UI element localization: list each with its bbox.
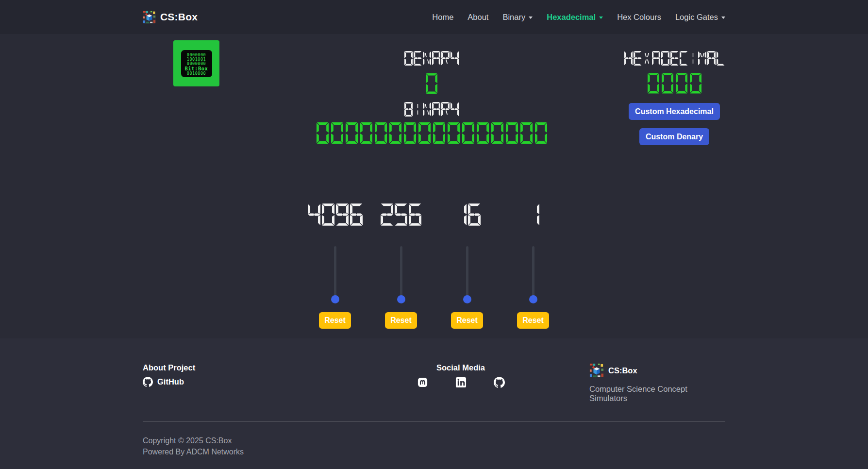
social-media-heading: Social Media (436, 363, 485, 372)
nav-item-hexadecimal[interactable]: Hexadecimal (547, 13, 603, 22)
bitbox-logo: 0000000 1001001 0000000 Bit:Box 0010000 (173, 40, 219, 86)
copyright-text: Copyright © 2025 CS:Box (143, 436, 725, 445)
reset-button-256[interactable]: Reset (385, 312, 417, 329)
slider-column-1: Reset (504, 202, 562, 329)
mastodon-link[interactable] (417, 377, 428, 388)
footer-divider (143, 421, 725, 422)
reset-button-4096[interactable]: Reset (319, 312, 351, 329)
slider-column-16: Reset (438, 202, 496, 329)
github-link[interactable]: GitHub (143, 377, 332, 387)
place-value-label (308, 202, 363, 227)
nav-links: Home About Binary Hexadecimal Hex Colour… (432, 13, 725, 22)
reset-button-1[interactable]: Reset (517, 312, 549, 329)
caret-down-icon (721, 17, 725, 19)
slider-thumb[interactable] (463, 295, 471, 303)
reset-button-16[interactable]: Reset (451, 312, 483, 329)
about-project-heading: About Project (143, 363, 332, 372)
hexadecimal-label (624, 50, 725, 66)
brand-name: CS:Box (160, 11, 198, 23)
slider-column-256: Reset (372, 202, 430, 329)
slider-column-4096: Reset (306, 202, 364, 329)
custom-hexadecimal-button[interactable]: Custom Hexadecimal (629, 103, 720, 120)
slider-track[interactable] (334, 246, 336, 301)
footer-brand-name: CS:Box (608, 366, 637, 375)
nav-item-binary[interactable]: Binary (502, 13, 533, 22)
bit-slider-16[interactable] (463, 246, 471, 303)
place-value-label (381, 202, 421, 227)
footer-brand: CS:Box (589, 363, 725, 378)
slider-track[interactable] (466, 246, 468, 301)
caret-down-icon (529, 17, 533, 19)
caret-down-icon (599, 17, 603, 19)
github-icon (494, 377, 505, 388)
place-value-label (454, 202, 481, 227)
nav-item-about[interactable]: About (467, 13, 488, 22)
linkedin-link[interactable] (455, 377, 467, 388)
github-social-link[interactable] (494, 377, 505, 388)
binary-label (404, 101, 459, 117)
nav-item-home[interactable]: Home (432, 13, 453, 22)
custom-denary-button[interactable]: Custom Denary (639, 128, 709, 145)
bit-slider-1[interactable] (529, 246, 537, 303)
slider-track[interactable] (532, 246, 534, 301)
footer-tagline: Computer Science Concept Simulators (589, 385, 725, 403)
footer: About Project GitHub Social Media (0, 338, 868, 469)
github-icon (143, 377, 153, 387)
brand-link[interactable]: CS:Box (143, 11, 198, 24)
slider-thumb[interactable] (331, 295, 339, 303)
slider-track[interactable] (400, 246, 402, 301)
nav-item-logic-gates[interactable]: Logic Gates (675, 13, 725, 22)
bitbox-logo-screen: 0000000 1001001 0000000 Bit:Box 0010000 (181, 50, 212, 77)
csbox-logo-icon (143, 11, 156, 24)
nav-item-hex-colours[interactable]: Hex Colours (617, 13, 661, 22)
sliders-section: Reset Reset Reset Reset (0, 202, 868, 329)
main-content: 0000000 1001001 0000000 Bit:Box 0010000 … (0, 34, 868, 338)
bit-slider-4096[interactable] (331, 246, 339, 303)
social-icons-row (417, 377, 505, 388)
binary-display (317, 121, 547, 145)
denary-label (404, 50, 459, 66)
hexadecimal-display (648, 72, 701, 95)
slider-thumb[interactable] (529, 295, 537, 303)
denary-display (426, 72, 437, 95)
bit-slider-256[interactable] (397, 246, 405, 303)
powered-by-text: Powered By ADCM Networks (143, 448, 725, 456)
navbar: CS:Box Home About Binary Hexadecimal Hex… (0, 0, 868, 34)
linkedin-icon (455, 377, 467, 388)
mastodon-icon (417, 377, 428, 388)
slider-thumb[interactable] (397, 295, 405, 303)
place-value-label (527, 202, 539, 227)
csbox-logo-icon (589, 363, 604, 378)
